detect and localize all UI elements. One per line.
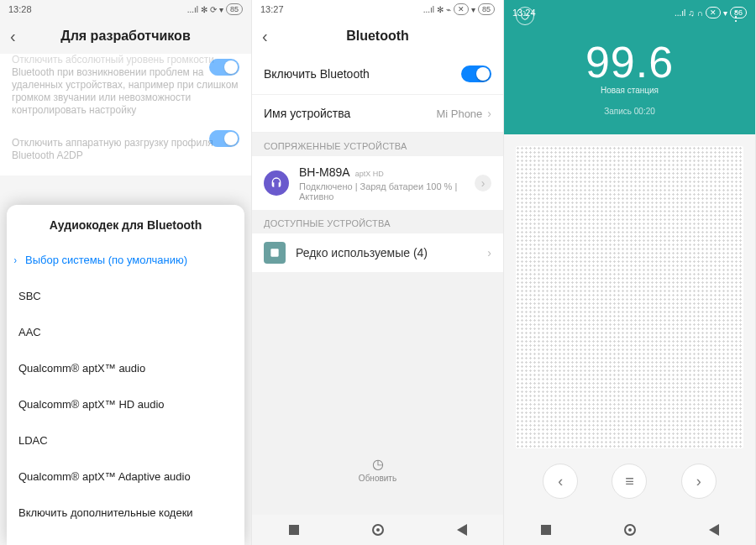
nav-home-icon[interactable]: [624, 524, 636, 536]
codec-option-ldac[interactable]: LDAC: [7, 422, 244, 459]
setting-a2dp-offload: Отключить аппаратную разгрузку профиля B…: [0, 125, 251, 176]
row-rarely-used[interactable]: Редко используемые (4) ›: [252, 233, 503, 272]
svg-rect-0: [270, 249, 278, 256]
chevron-right-icon: ›: [487, 246, 491, 259]
codec-option-aac[interactable]: AAC: [7, 314, 244, 350]
power-button[interactable]: [516, 7, 534, 25]
label: Имя устройства: [264, 107, 350, 120]
device-status: Подключено | Заряд батареи 100 % | Актив…: [299, 181, 459, 202]
device-name: BH-M89A: [299, 165, 350, 179]
status-icons: ...ıl✻⌁✕▾85: [423, 3, 495, 15]
section-paired: СОПРЯЖЕННЫЕ УСТРОЙСТВА: [252, 133, 503, 156]
setting-absolute-volume: Отключить абсолютный уровень громкости B…: [0, 54, 251, 125]
more-icon[interactable]: ⋮: [729, 8, 743, 24]
content: Отключить абсолютный уровень громкости B…: [0, 54, 251, 545]
status-bar: 13:24 ...ıl♫∩✕▾86: [504, 3, 755, 22]
content: Включить Bluetooth Имя устройства Mi Pho…: [252, 54, 503, 515]
codec-option-sbc[interactable]: SBC: [7, 278, 244, 314]
speaker-grille: [516, 146, 743, 448]
page-title: Bluetooth: [252, 29, 503, 44]
nav-recent-icon[interactable]: [541, 525, 551, 535]
status-bar: 13:27 ...ıl✻⌁✕▾85: [252, 0, 503, 18]
refresh-button[interactable]: ◷ Обновить: [252, 456, 503, 483]
value: Mi Phone›: [436, 107, 491, 120]
status-bar: 13:28 ...ıl✻⟳▾85: [0, 0, 251, 18]
nav-home-icon[interactable]: [372, 524, 384, 536]
row-device-name[interactable]: Имя устройства Mi Phone›: [252, 95, 503, 133]
header: ‹ Bluetooth: [252, 18, 503, 54]
clock: 13:27: [260, 4, 284, 14]
codec-option-aptx[interactable]: Qualcomm® aptX™ audio: [7, 350, 244, 386]
chevron-right-icon: ›: [487, 107, 491, 120]
next-button[interactable]: ›: [681, 464, 717, 499]
phone-fm-radio: 13:24 ...ıl♫∩✕▾86 ⋮ 99.6 Новая станция З…: [504, 0, 756, 545]
headphones-icon: [264, 170, 289, 196]
codec-badge: aptX HD: [355, 170, 384, 178]
stations-button[interactable]: ≡: [612, 464, 647, 499]
sheet-title: Аудиокодек для Bluetooth: [7, 205, 244, 242]
android-navbar: [252, 515, 503, 545]
nav-back-icon[interactable]: [709, 524, 719, 536]
section-available: ДОСТУПНЫЕ УСТРОЙСТВА: [252, 210, 503, 233]
codec-option-aptx-adaptive[interactable]: Qualcomm® aptX™ Adaptive audio: [7, 459, 244, 495]
codec-option-aptx-hd[interactable]: Qualcomm® aptX™ HD audio: [7, 386, 244, 422]
phone-bluetooth-settings: 13:27 ...ıl✻⌁✕▾85 ‹ Bluetooth Включить B…: [252, 0, 504, 545]
page-title: Для разработчиков: [0, 29, 251, 44]
codec-option-enable-extra[interactable]: Включить дополнительные кодеки: [7, 495, 244, 531]
phone-developer-options: 13:28 ...ıl✻⟳▾85 ‹ Для разработчиков Отк…: [0, 0, 252, 545]
refresh-icon: ◷: [252, 456, 503, 472]
chevron-right-icon[interactable]: ›: [475, 175, 491, 191]
radio-header: 13:24 ...ıl♫∩✕▾86 ⋮ 99.6 Новая станция З…: [504, 0, 755, 134]
nav-recent-icon[interactable]: [289, 525, 299, 535]
folder-icon: [264, 242, 286, 264]
label: Редко используемые (4): [296, 246, 472, 259]
back-icon[interactable]: ‹: [262, 27, 268, 46]
toggle-absolute-volume[interactable]: [209, 59, 239, 76]
android-navbar: [504, 515, 755, 545]
codec-option-system-default[interactable]: Выбор системы (по умолчанию): [7, 242, 244, 278]
clock: 13:28: [8, 4, 32, 14]
header: ‹ Для разработчиков: [0, 18, 251, 54]
label: Включить Bluetooth: [264, 67, 370, 81]
row-enable-bluetooth[interactable]: Включить Bluetooth: [252, 54, 503, 95]
station-name: Новая станция: [504, 86, 755, 95]
back-icon[interactable]: ‹: [10, 27, 16, 46]
nav-back-icon[interactable]: [457, 524, 467, 536]
toggle-a2dp-offload[interactable]: [209, 130, 239, 147]
recording-status: Запись 00:20: [504, 107, 755, 116]
codec-option-disable-extra[interactable]: Отключить дополнительные кодеки: [7, 531, 244, 545]
codec-sheet: Аудиокодек для Bluetooth Выбор системы (…: [7, 205, 244, 545]
radio-controls: ‹ ≡ ›: [504, 448, 755, 499]
paired-device[interactable]: BH-M89AaptX HD Подключено | Заряд батаре…: [252, 156, 503, 210]
prev-button[interactable]: ‹: [543, 464, 578, 499]
toggle-bluetooth[interactable]: [461, 66, 491, 82]
status-icons: ...ıl✻⟳▾85: [187, 3, 243, 15]
frequency-display: 99.6: [504, 37, 755, 87]
